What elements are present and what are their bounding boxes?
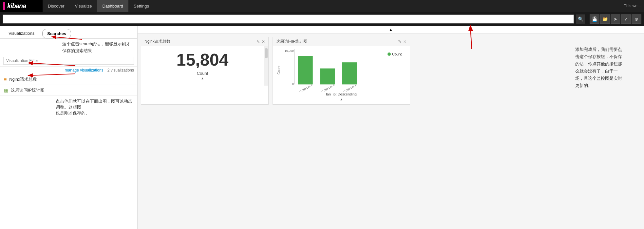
legend-color-count — [388, 52, 391, 56]
chart-svg-container: 10,000 0 192.168.141.4 192.168.141.3 — [283, 49, 386, 92]
panel-header-metric: Nginx请求总数 ✎ ✕ — [141, 37, 268, 46]
svg-rect-5 — [342, 62, 357, 84]
svg-rect-4 — [320, 69, 335, 85]
legend-label-count: Count — [392, 52, 402, 56]
annotation-area-1: 这个点击search的话，能够显示刚才保存的搜索结果 — [0, 39, 137, 55]
viz-item-0[interactable]: ≡ Nginx请求总数 — [0, 74, 137, 85]
svg-text:192.168.141.3: 192.168.141.3 — [319, 84, 335, 92]
panel-close-chart[interactable]: ✕ — [403, 39, 407, 44]
annotation-text-1: 这个点击search的话，能够显示刚才保存的搜索结果 — [62, 41, 134, 54]
panel-title-chart: 这周访问IP统计图 — [276, 39, 307, 44]
svg-text:0: 0 — [292, 83, 294, 86]
legend-item-count: Count — [388, 52, 407, 56]
kibana-logo: kibana — [0, 0, 43, 12]
panel-scrollbar-metric[interactable] — [264, 46, 268, 86]
metric-label: Count — [146, 71, 259, 76]
nav-settings[interactable]: Settings — [128, 0, 154, 12]
top-nav: kibana Discover Visualize Dashboard Sett… — [0, 0, 644, 12]
svg-rect-3 — [298, 56, 313, 85]
y-axis-label: Count — [275, 49, 282, 92]
right-content-area: ▲ Nginx请求总数 ✎ ✕ 15,804 — [138, 26, 644, 229]
metric-value: 15,804 — [146, 51, 259, 68]
nav-right: This we... — [624, 0, 641, 12]
toolbar-icons: 💾 📁 ➤ ⤢ ⊕ — [590, 14, 641, 24]
tab-visualizations[interactable]: Visualizations — [4, 29, 39, 38]
save-button[interactable]: 💾 — [590, 14, 599, 24]
left-panel: Visualizations Searches 这个点击search的话，能够显… — [0, 26, 138, 229]
collapse-handle[interactable]: ▲ — [138, 26, 644, 33]
panel-header-actions-chart: ✎ ✕ — [398, 39, 407, 44]
panel-edit-metric[interactable]: ✎ — [256, 39, 260, 44]
viz-list: ≡ Nginx请求总数 ▦ 这周访问IP统计图 — [0, 74, 137, 96]
metric-content: 15,804 Count ▲ — [141, 46, 264, 86]
right-side-annotation: 添加完成后，我们需要点 击这个保存按钮，不保存 的话，你点其他的按钮那 么就会没… — [575, 46, 641, 90]
metric-icon: ≡ — [4, 77, 7, 82]
bar-chart-svg: 10,000 0 192.168.141.4 192.168.141.3 — [283, 49, 386, 92]
nav-discover[interactable]: Discover — [43, 0, 70, 12]
panel-title-metric: Nginx请求总数 — [144, 39, 170, 44]
viz-item-label-0: Nginx请求总数 — [9, 76, 37, 82]
panel-header-chart: 这周访问IP统计图 ✎ ✕ — [273, 37, 410, 46]
viz-item-1[interactable]: ▦ 这周访问IP统计图 — [0, 85, 137, 96]
chart-area: Count 10,000 0 — [275, 49, 407, 92]
panel-up-arrow-metric[interactable]: ▲ — [146, 76, 259, 81]
manage-row: manage visualizations 2 visualizations — [0, 67, 137, 74]
annotation-text-2: 点击他们就可以在下面出图，图可以动态调整。这些图 也是刚才保存的。 — [56, 99, 132, 115]
tabs-row: Visualizations Searches — [0, 26, 137, 39]
search-button[interactable]: 🔍 — [576, 14, 585, 24]
fullscreen-button[interactable]: ⤢ — [621, 14, 631, 24]
right-annotation-text: 添加完成后，我们需要点 击这个保存按钮，不保存 的话，你点其他的按钮那 么就会没… — [575, 47, 622, 88]
panel-header-actions-metric: ✎ ✕ — [256, 39, 265, 44]
search-input[interactable] — [3, 14, 574, 24]
viz-item-label-1: 这周访问IP统计图 — [11, 87, 45, 93]
filter-row — [0, 55, 137, 67]
panel-body-chart: Count 10,000 0 — [273, 46, 410, 104]
tab-searches[interactable]: Searches — [42, 29, 71, 38]
svg-text:192.168.141.1: 192.168.141.1 — [341, 84, 357, 92]
logo-text: kibana — [7, 2, 26, 10]
panel-up-arrow-chart[interactable]: ▲ — [275, 97, 407, 102]
scroll-thumb — [265, 48, 268, 58]
search-bar-row: 🔍 💾 📁 ➤ ⤢ ⊕ — [0, 12, 644, 26]
panel-close-metric[interactable]: ✕ — [262, 39, 265, 44]
panel-edit-chart[interactable]: ✎ — [398, 39, 401, 44]
nav-visualize[interactable]: Visualize — [70, 0, 97, 12]
manage-visualizations-link[interactable]: manage visualizations — [65, 68, 104, 73]
nav-items: Discover Visualize Dashboard Settings — [43, 0, 154, 12]
visualization-filter-input[interactable] — [3, 57, 134, 65]
annotation-area-2: 点击他们就可以在下面出图，图可以动态调整。这些图 也是刚才保存的。 — [52, 96, 137, 119]
nav-dashboard[interactable]: Dashboard — [97, 0, 128, 12]
svg-text:192.168.141.4: 192.168.141.4 — [297, 84, 313, 92]
svg-text:10,000: 10,000 — [285, 49, 294, 52]
logo-bar — [3, 2, 5, 10]
x-axis-label: lan_ip: Descending — [275, 92, 407, 97]
bar-icon: ▦ — [4, 88, 8, 93]
chart-legend: Count — [388, 49, 407, 92]
viz-count: 2 visualizations — [107, 68, 134, 73]
refresh-button[interactable]: ⊕ — [632, 14, 641, 24]
load-button[interactable]: 📁 — [600, 14, 610, 24]
collapse-arrow: ▲ — [389, 27, 393, 32]
dashboard-panel-metric: Nginx请求总数 ✎ ✕ 15,804 Count ▲ — [141, 37, 269, 105]
dashboard-row: Nginx请求总数 ✎ ✕ 15,804 Count ▲ — [138, 33, 644, 108]
dashboard-panel-chart: 这周访问IP统计图 ✎ ✕ Count — [273, 37, 410, 105]
share-button[interactable]: ➤ — [611, 14, 620, 24]
panel-body-metric: 15,804 Count ▲ — [141, 46, 268, 86]
